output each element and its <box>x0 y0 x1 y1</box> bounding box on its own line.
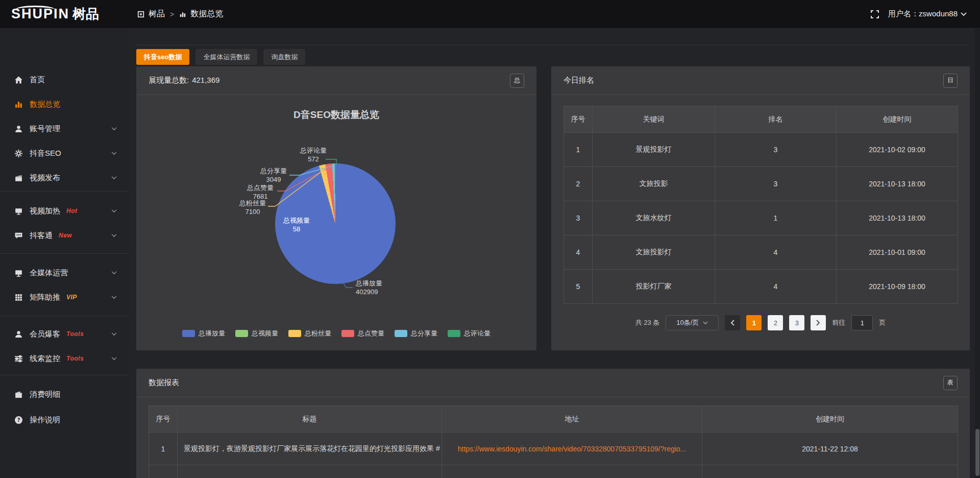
breadcrumb-separator: > <box>170 10 174 18</box>
sidebar-item-omnimedia[interactable]: 全媒体运营 <box>0 260 129 285</box>
col-title: 标题 <box>178 406 442 433</box>
chevron-left-icon <box>730 320 734 326</box>
monitor-icon <box>14 268 23 277</box>
table-row[interactable]: 2 文旅投影 3 2021-10-13 18:00 <box>564 167 958 201</box>
square-icon <box>137 11 144 18</box>
col-no: 序号 <box>564 106 593 133</box>
table-row[interactable]: 3 文旅水纹灯 1 2021-10-13 18:00 <box>564 201 958 235</box>
tab-douyin-seo[interactable]: 抖音seo数据 <box>136 49 189 65</box>
col-created: 创建时间 <box>702 406 958 433</box>
bar-chart-icon <box>14 100 23 109</box>
table-row[interactable]: 1 景观投影灯 3 2021-10-02 09:00 <box>564 133 958 167</box>
table-row[interactable]: 1 景观投影灯，夜游景观投影灯厂家展示展示落花灯在花园里的灯光投影应用效果 # … <box>149 433 958 465</box>
sidebar-item-account[interactable]: 账号管理 <box>0 116 129 141</box>
data-tabs: 抖音seo数据 全媒体运营数据 询盘数据 <box>136 49 305 65</box>
legend-swatch <box>448 330 460 337</box>
legend-item-plays[interactable]: 总播放量 <box>182 329 225 338</box>
video-url-link[interactable]: https://www.iesdouyin.com/share/video/70… <box>442 445 702 453</box>
sidebar-item-home[interactable]: 首页 <box>0 67 129 92</box>
col-keyword: 关键词 <box>593 106 715 133</box>
legend-swatch <box>341 330 354 337</box>
pie-leader-lines <box>136 95 536 350</box>
legend-swatch <box>235 330 248 337</box>
report-table: 序号 标题 地址 创建时间 1 景观投影灯，夜游景观投影灯厂家展示展示落花灯在花… <box>149 405 958 478</box>
sidebar-item-label: 矩阵助推 <box>30 293 60 302</box>
legend-item-likes[interactable]: 总点赞量 <box>341 329 384 338</box>
fullscreen-icon[interactable] <box>871 10 879 18</box>
legend-swatch <box>182 330 195 337</box>
pie-label-shares: 总分享量3049 <box>260 166 287 184</box>
legend-item-fans[interactable]: 总粉丝量 <box>288 329 331 338</box>
next-page-button[interactable] <box>811 315 826 330</box>
sidebar-item-consumption[interactable]: 消费明细 <box>0 382 129 407</box>
report-title: 数据报表 <box>149 378 179 388</box>
page-button-3[interactable]: 3 <box>789 315 804 330</box>
user-name-label: 用户名：zswodun88 <box>888 9 958 19</box>
breadcrumb-current[interactable]: 数据总览 <box>190 9 223 19</box>
logo-text-cn: 树品 <box>72 5 99 23</box>
grid-icon <box>14 293 23 302</box>
goto-unit-label: 页 <box>879 318 886 327</box>
prev-page-button[interactable] <box>725 315 740 330</box>
sidebar: 首页 数据总览 账号管理 抖音SEO 视频发布 视频加热 Hot 抖客通 New… <box>0 29 129 478</box>
table-row[interactable] <box>149 465 958 478</box>
sidebar-item-data-overview[interactable]: 数据总览 <box>0 92 129 116</box>
sidebar-item-label: 数据总览 <box>30 100 60 109</box>
page-button-2[interactable]: 2 <box>768 315 783 330</box>
sidebar-item-matrix-boost[interactable]: 矩阵助推 VIP <box>0 285 129 309</box>
col-url: 地址 <box>442 406 702 433</box>
sidebar-item-lead-monitor[interactable]: 线索监控 Tools <box>0 346 129 371</box>
breadcrumb-root[interactable]: 树品 <box>149 9 165 19</box>
sidebar-item-help[interactable]: ? 操作说明 <box>0 408 129 432</box>
table-row[interactable]: 5 投影灯厂家 4 2021-10-09 18:00 <box>564 270 958 304</box>
scrollbar-track[interactable] <box>975 29 980 478</box>
pie-label-likes: 总点赞量7681 <box>247 183 274 201</box>
sidebar-item-label: 首页 <box>30 75 45 85</box>
goto-page-input[interactable] <box>851 315 873 330</box>
impressions-value: 421,369 <box>192 76 219 85</box>
app-header: SHUPIN 树品 树品 > 数据总览 用户名：zswodun88 <box>0 0 980 29</box>
monitor-icon <box>14 206 23 216</box>
sidebar-item-label: 线索监控 <box>30 354 60 364</box>
report-panel: 数据报表 表 序号 标题 地址 创建时间 1 景观投影灯，夜游景观投影灯厂家展示… <box>136 369 970 478</box>
sidebar-separator <box>0 375 129 375</box>
tab-omnimedia-data[interactable]: 全媒体运营数据 <box>195 49 257 65</box>
svg-text:?: ? <box>17 417 20 423</box>
new-badge: New <box>59 232 72 239</box>
sidebar-item-label: 账号管理 <box>30 124 60 134</box>
sidebar-item-video-heat[interactable]: 视频加热 Hot <box>0 199 129 223</box>
chevron-down-icon <box>961 12 967 16</box>
sidebar-item-member-baoke[interactable]: 会员爆客 Tools <box>0 322 129 346</box>
total-badge-button[interactable]: 总 <box>510 74 524 88</box>
table-badge-button[interactable]: 表 <box>943 376 958 390</box>
sidebar-item-video-publish[interactable]: 视频发布 <box>0 165 129 190</box>
hot-badge: Hot <box>66 207 78 214</box>
impressions-summary: 展现量总数: 421,369 <box>149 76 219 85</box>
user-name[interactable]: 用户名：zswodun88 <box>888 9 967 19</box>
day-badge-button[interactable]: 日 <box>943 74 958 88</box>
legend-swatch <box>395 330 407 337</box>
col-created: 创建时间 <box>837 106 958 133</box>
sliders-icon <box>14 354 23 363</box>
clapper-icon <box>14 173 23 182</box>
legend-item-comments[interactable]: 总评论量 <box>448 329 491 338</box>
legend-item-videos[interactable]: 总视频量 <box>235 329 278 338</box>
sidebar-item-douketong[interactable]: 抖客通 New <box>0 223 129 248</box>
legend-item-shares[interactable]: 总分享量 <box>395 329 437 338</box>
pie-label-videos: 总视频量58 <box>283 216 310 233</box>
breadcrumb: 树品 > 数据总览 <box>137 9 223 19</box>
chevron-down-icon <box>703 321 708 325</box>
page-button-1[interactable]: 1 <box>746 315 762 330</box>
app-logo: SHUPIN 树品 <box>0 5 129 23</box>
scrollbar-thumb[interactable] <box>975 429 979 476</box>
pie-label-fans: 总粉丝量7100 <box>239 199 266 216</box>
legend-swatch <box>288 330 301 337</box>
tab-inquiry-data[interactable]: 询盘数据 <box>263 49 305 65</box>
page-size-select[interactable]: 10条/页 <box>666 315 719 330</box>
sidebar-item-douyin-seo[interactable]: 抖音SEO <box>0 141 129 165</box>
table-row[interactable]: 4 文旅投影灯 4 2021-10-01 09:00 <box>564 235 958 270</box>
tools-badge: Tools <box>66 330 84 338</box>
video-title: 景观投影灯，夜游景观投影灯厂家展示展示落花灯在花园里的灯光投影应用效果 # <box>178 444 442 453</box>
chevron-down-icon <box>111 152 117 155</box>
chart-legend: 总播放量 总视频量 总粉丝量 总点赞量 总分享量 总评论量 <box>136 329 536 338</box>
